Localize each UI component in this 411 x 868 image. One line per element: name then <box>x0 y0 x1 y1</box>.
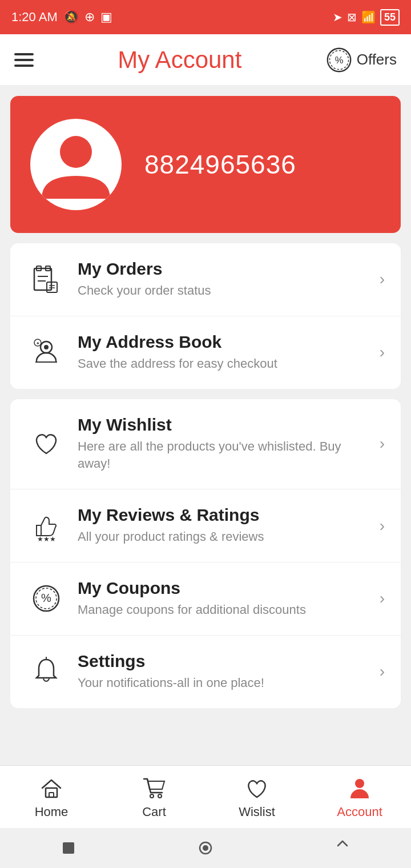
coupons-icon: % <box>26 578 66 618</box>
address-icon: ✦ <box>26 332 66 372</box>
hamburger-line-1 <box>14 53 34 55</box>
profile-card: 8824965636 <box>10 96 401 233</box>
offers-button[interactable]: % Offers <box>326 47 397 73</box>
battery-indicator: 55 <box>380 9 400 26</box>
nav-home[interactable]: Home <box>17 775 86 819</box>
back-nav-button[interactable] <box>58 838 79 858</box>
home-nav-button[interactable] <box>195 838 216 858</box>
orders-address-section: My Orders Check your order status › ✦ My… <box>10 243 401 389</box>
nav-account-label: Account <box>337 805 382 819</box>
home-icon <box>38 775 65 801</box>
wishlist-text: My Wishlist Here are all the products yo… <box>78 415 374 473</box>
coupons-subtitle: Manage coupons for additional discounts <box>78 601 374 619</box>
recents-nav-button[interactable] <box>332 838 353 858</box>
svg-rect-26 <box>63 842 74 854</box>
whatsapp-icon: ⊕ <box>84 10 95 25</box>
svg-point-13 <box>44 345 49 349</box>
nav-account[interactable]: Account <box>325 775 394 819</box>
status-bar: 1:20 AM 🔕 ⊕ ▣ ➤ ⊠ 📶 55 <box>0 0 411 34</box>
app-header: My Account % Offers <box>0 34 411 86</box>
settings-icon <box>26 652 66 692</box>
system-navigation <box>0 828 411 868</box>
my-orders-subtitle: Check your order status <box>78 282 374 300</box>
reviews-icon: ★★★ <box>26 506 66 546</box>
location-icon: ➤ <box>333 10 342 24</box>
nav-wishlist-icon <box>244 775 270 801</box>
nav-wislist-label: Wislist <box>239 805 275 819</box>
close-icon: ⊠ <box>347 10 357 24</box>
wishlist-section: My Wishlist Here are all the products yo… <box>10 399 401 708</box>
address-book-text: My Address Book Save the address for eas… <box>78 332 374 373</box>
my-orders-chevron: › <box>380 270 385 288</box>
reviews-item[interactable]: ★★★ My Reviews & Ratings All your produc… <box>10 489 401 562</box>
settings-chevron: › <box>380 662 385 681</box>
wishlist-title: My Wishlist <box>78 415 374 435</box>
my-orders-item[interactable]: My Orders Check your order status › <box>10 243 401 316</box>
coupons-text: My Coupons Manage coupons for additional… <box>78 578 374 619</box>
bottom-navigation: Home Cart Wislist Accou <box>0 765 411 828</box>
wishlist-icon <box>26 424 66 464</box>
svg-text:%: % <box>41 592 51 604</box>
time-display: 1:20 AM <box>11 10 58 25</box>
svg-text:%: % <box>335 55 343 66</box>
my-orders-title: My Orders <box>78 259 374 279</box>
coupons-item[interactable]: % My Coupons Manage coupons for addition… <box>10 562 401 636</box>
nav-cart[interactable]: Cart <box>120 775 188 819</box>
svg-point-28 <box>203 845 208 851</box>
notification-icon: ▣ <box>100 10 112 25</box>
hamburger-line-2 <box>14 59 34 61</box>
account-icon <box>346 775 373 801</box>
address-book-item[interactable]: ✦ My Address Book Save the address for e… <box>10 316 401 389</box>
orders-icon <box>26 259 66 299</box>
status-right: ➤ ⊠ 📶 55 <box>333 9 400 26</box>
cart-icon <box>141 775 167 801</box>
svg-text:✦: ✦ <box>36 341 40 346</box>
nav-cart-label: Cart <box>142 805 166 819</box>
wishlist-item[interactable]: My Wishlist Here are all the products yo… <box>10 399 401 490</box>
svg-rect-4 <box>34 268 51 290</box>
wifi-icon: 📶 <box>361 10 376 24</box>
coupons-chevron: › <box>380 589 385 608</box>
reviews-title: My Reviews & Ratings <box>78 505 374 525</box>
svg-point-3 <box>60 136 92 168</box>
address-book-title: My Address Book <box>78 332 374 352</box>
user-silhouette-icon <box>36 124 116 204</box>
settings-text: Settings Your notifications-all in one p… <box>78 652 374 692</box>
svg-point-24 <box>158 794 162 798</box>
offers-icon: % <box>326 47 352 73</box>
reviews-chevron: › <box>380 517 385 535</box>
nav-home-label: Home <box>35 805 68 819</box>
offers-label: Offers <box>357 51 397 69</box>
settings-item[interactable]: Settings Your notifications-all in one p… <box>10 636 401 708</box>
wishlist-subtitle: Here are all the products you've whislis… <box>78 438 374 473</box>
wishlist-chevron: › <box>380 435 385 453</box>
reviews-text: My Reviews & Ratings All your product ra… <box>78 505 374 546</box>
svg-text:★★★: ★★★ <box>37 535 56 542</box>
settings-subtitle: Your notifications-all in one place! <box>78 674 374 692</box>
coupons-title: My Coupons <box>78 578 374 598</box>
address-book-subtitle: Save the address for easy checkout <box>78 355 374 373</box>
reviews-subtitle: All your product ratings & reviews <box>78 528 374 546</box>
page-title: My Account <box>118 46 241 74</box>
my-orders-text: My Orders Check your order status <box>78 259 374 300</box>
svg-point-25 <box>355 779 364 788</box>
nav-wislist[interactable]: Wislist <box>223 775 291 819</box>
status-left: 1:20 AM 🔕 ⊕ ▣ <box>11 10 112 25</box>
svg-point-23 <box>150 794 154 798</box>
address-book-chevron: › <box>380 343 385 361</box>
hamburger-line-3 <box>14 65 34 67</box>
settings-title: Settings <box>78 652 374 671</box>
hamburger-menu-button[interactable] <box>14 53 34 67</box>
alarm-icon: 🔕 <box>63 10 79 25</box>
profile-phone-number: 8824965636 <box>144 149 296 180</box>
avatar <box>30 119 122 210</box>
